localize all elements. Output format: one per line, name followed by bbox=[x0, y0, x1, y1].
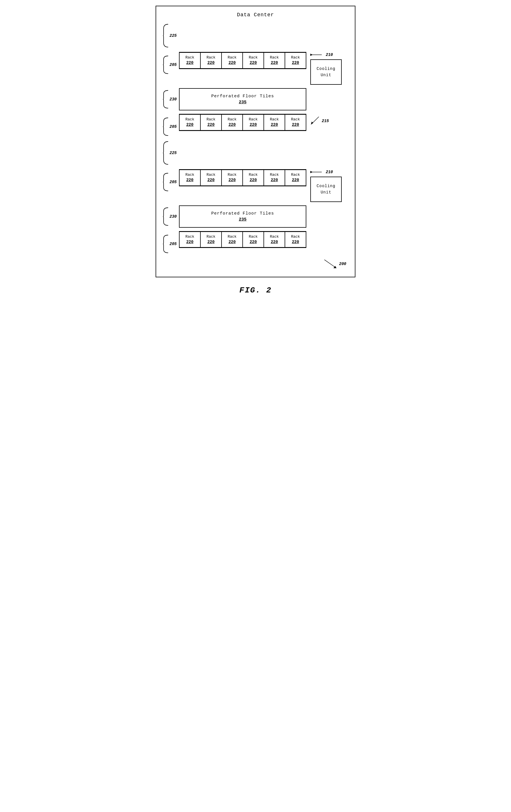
rack-row-4: Rack 220 Rack 220 Rack 220 Rack bbox=[179, 231, 306, 248]
tile-row-2: Perforated Floor Tiles 235 bbox=[179, 205, 306, 228]
diagram-flex: 225 205 bbox=[162, 23, 349, 257]
section-row-225-mid: 225 bbox=[162, 140, 349, 166]
section-row-225-top: 225 bbox=[162, 23, 349, 49]
arrow-215 bbox=[310, 117, 322, 125]
cooling-unit-1: CoolingUnit bbox=[310, 59, 342, 85]
rack-cell-4-2: Rack 220 bbox=[200, 232, 222, 248]
label-225-mid: 225 bbox=[170, 151, 177, 155]
brace-svg-205-1 bbox=[163, 55, 169, 75]
rack-cell-2-6: Rack 220 bbox=[285, 114, 306, 130]
rack-cell-3-5: Rack 220 bbox=[264, 170, 285, 186]
rack-cell-3-4: Rack 220 bbox=[243, 170, 264, 186]
brace-wrap-205-4: 205 bbox=[163, 234, 177, 254]
brace-wrap-205-3: 205 bbox=[163, 172, 177, 192]
label-215: 215 bbox=[322, 119, 329, 123]
label-225-top: 225 bbox=[170, 33, 177, 38]
brace-svg-230-2 bbox=[163, 207, 169, 227]
section-label-205-2: 205 bbox=[162, 114, 179, 137]
rack-row-2: Rack 220 Rack 220 Rack 220 Rack bbox=[179, 114, 306, 131]
rack-body-4: Rack 220 Rack 220 Rack 220 Rack bbox=[179, 231, 306, 248]
label-230-1: 230 bbox=[170, 97, 177, 102]
rack-cell-3-2: Rack 220 bbox=[200, 170, 222, 186]
section-label-230-2: 230 bbox=[162, 207, 179, 227]
rack-cell-3-6: Rack 220 bbox=[285, 170, 306, 186]
tile-row-1: Perforated Floor Tiles 235 bbox=[179, 88, 306, 110]
rack-cell-2-2: Rack 220 bbox=[200, 114, 222, 130]
rack-cell-4-1: Rack 220 bbox=[179, 232, 200, 248]
rack-cell-2-5: Rack 220 bbox=[264, 114, 285, 130]
section-label-205-3: 205 bbox=[162, 169, 179, 192]
rack-cell-1-5: Rack 220 bbox=[264, 53, 285, 68]
tile-title-1: Perforated Floor Tiles bbox=[182, 94, 303, 99]
rack-cell-3-1: Rack 220 bbox=[179, 170, 200, 186]
label-200: 200 bbox=[339, 262, 346, 266]
brace-wrap-205-1: 205 bbox=[163, 55, 177, 75]
rack-row-3: Rack 220 Rack 220 Rack 220 Rack bbox=[179, 169, 306, 186]
rack-cell-1-3: Rack 220 bbox=[222, 53, 243, 68]
label-210-2: 210 bbox=[326, 170, 333, 174]
label-205-4: 205 bbox=[170, 242, 177, 246]
svg-marker-5 bbox=[310, 171, 313, 173]
rack-cell-4-3: Rack 220 bbox=[222, 232, 243, 248]
arrow-line-210-2 bbox=[310, 169, 324, 175]
rack-cell-4-5: Rack 220 bbox=[264, 232, 285, 248]
section-label-205-4: 205 bbox=[162, 231, 179, 254]
brace-svg-230-1 bbox=[163, 89, 169, 109]
arrow-line-210-1 bbox=[310, 52, 324, 58]
rack-row-1: Rack 220 Rack 220 Rack 220 Rack bbox=[179, 52, 306, 69]
page-wrapper: Data Center 225 bbox=[155, 6, 356, 295]
section-row-rack4: 205 Rack 220 Rack 220 Rac bbox=[162, 231, 349, 254]
brace-svg-225-mid bbox=[163, 140, 169, 166]
rack-cell-2-4: Rack 220 bbox=[243, 114, 264, 130]
tile-title-2: Perforated Floor Tiles bbox=[182, 211, 303, 216]
section-right-rack1: 210 CoolingUnit bbox=[306, 52, 349, 85]
rack-cell-4-4: Rack 220 bbox=[243, 232, 264, 248]
section-right-rack2: 215 bbox=[306, 114, 349, 125]
tile-body-1: Perforated Floor Tiles 235 bbox=[179, 88, 306, 110]
diagram-outer: Data Center 225 bbox=[155, 6, 356, 277]
brace-wrap-205-2: 205 bbox=[163, 117, 177, 137]
brace-svg-205-4 bbox=[163, 234, 169, 254]
brace-svg-205-3 bbox=[163, 172, 169, 192]
rack-cell-3-3: Rack 220 bbox=[222, 170, 243, 186]
rack-cell-1-2: Rack 220 bbox=[200, 53, 222, 68]
label-205-1: 205 bbox=[170, 62, 177, 67]
section-row-rack2: 205 Rack 220 Rack 220 Rac bbox=[162, 114, 349, 137]
brace-wrap-225-mid: 225 bbox=[163, 140, 177, 166]
section-right-rack3: 210 CoolingUnit bbox=[306, 169, 349, 202]
section-label-225-mid: 225 bbox=[162, 140, 179, 166]
fig-caption: FIG. 2 bbox=[155, 286, 356, 295]
rack-body-3: Rack 220 Rack 220 Rack 220 Rack bbox=[179, 169, 306, 186]
brace-svg-205-2 bbox=[163, 117, 169, 137]
section-row-rack3: 205 Rack 220 Rack 220 Rac bbox=[162, 169, 349, 202]
tile-body-2: Perforated Floor Tiles 235 bbox=[179, 205, 306, 228]
diagram-title: Data Center bbox=[162, 12, 349, 18]
section-label-230-1: 230 bbox=[162, 89, 179, 109]
section-row-tile2: 230 Perforated Floor Tiles 235 bbox=[162, 205, 349, 228]
arrow-210-2: 210 bbox=[310, 169, 333, 175]
tile-num-1: 235 bbox=[182, 100, 303, 105]
rack-cell-2-3: Rack 220 bbox=[222, 114, 243, 130]
label-205-3: 205 bbox=[170, 180, 177, 184]
label-230-2: 230 bbox=[170, 214, 177, 219]
section-row-tile1: 230 Perforated Floor Tiles 235 bbox=[162, 88, 349, 110]
section-label-205-1: 205 bbox=[162, 52, 179, 75]
rack-body-1: Rack 220 Rack 220 Rack 220 Rack bbox=[179, 52, 306, 69]
brace-wrap-225-top: 225 bbox=[163, 23, 177, 49]
brace-wrap-230-2: 230 bbox=[163, 207, 177, 227]
ref-215-area: 215 bbox=[310, 117, 329, 125]
rack-cell-2-1: Rack 220 bbox=[179, 114, 200, 130]
cooling-unit-2: CoolingUnit bbox=[310, 177, 342, 202]
arrow-210-1: 210 bbox=[310, 52, 333, 58]
rack-cell-1-1: Rack 220 bbox=[179, 53, 200, 68]
rack-cell-1-6: Rack 220 bbox=[285, 53, 306, 68]
rack-cell-4-6: Rack 220 bbox=[285, 232, 306, 248]
section-row-rack1: 205 Rack 220 Rack 220 bbox=[162, 52, 349, 85]
tile-num-2: 235 bbox=[182, 217, 303, 222]
label-210-1: 210 bbox=[326, 53, 333, 57]
brace-wrap-230-1: 230 bbox=[163, 89, 177, 109]
rack-cell-1-4: Rack 220 bbox=[243, 53, 264, 68]
section-label-225-top: 225 bbox=[162, 23, 179, 49]
svg-marker-1 bbox=[310, 54, 313, 56]
svg-marker-3 bbox=[311, 121, 313, 125]
